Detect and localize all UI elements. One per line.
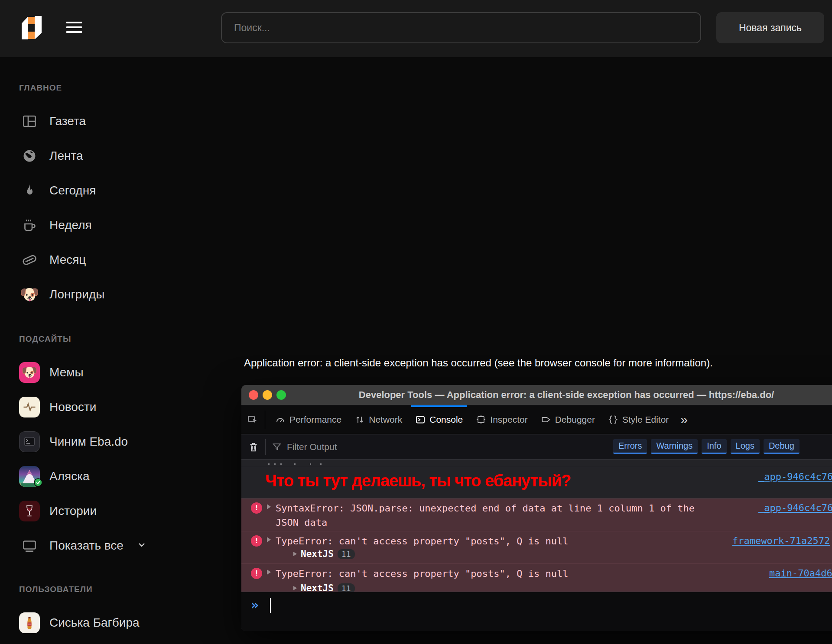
debugger-icon bbox=[541, 414, 551, 425]
sidebar-item-label: Неделя bbox=[49, 218, 92, 232]
sidebar-item-chinim[interactable]: Чиним Eba.do bbox=[19, 424, 208, 459]
sidebar-item-label: Газета bbox=[49, 114, 86, 128]
filter-logs-button[interactable]: Logs bbox=[731, 439, 760, 454]
expand-arrow-icon[interactable] bbox=[293, 586, 297, 590]
sidebar-item-nedelya[interactable]: Неделя bbox=[19, 208, 208, 243]
source-link[interactable]: _app-946c4c76 bbox=[758, 502, 832, 513]
source-link[interactable]: main-70a4d6 bbox=[769, 568, 832, 579]
tab-inspector[interactable]: Inspector bbox=[469, 405, 534, 434]
stack-frame-row[interactable]: NextJS 11 bbox=[293, 549, 355, 559]
topbar: Новая запись bbox=[0, 0, 832, 57]
sidebar-item-lenta[interactable]: Лента bbox=[19, 139, 208, 173]
expand-arrow-icon[interactable] bbox=[267, 504, 271, 509]
filter-debug-button[interactable]: Debug bbox=[764, 439, 800, 454]
sidebar-item-mesyac[interactable]: Месяц bbox=[19, 243, 208, 277]
expand-arrow-icon[interactable] bbox=[267, 570, 271, 575]
sidebar-item-label: Аляска bbox=[49, 469, 90, 483]
divider bbox=[265, 439, 266, 455]
sidebar-item-alyaska[interactable]: Аляска bbox=[19, 459, 208, 494]
sidebar-item-label: Новости bbox=[49, 400, 96, 414]
application-error-text: Application error: a client-side excepti… bbox=[244, 357, 713, 369]
filter-warnings-button[interactable]: Warnings bbox=[651, 439, 698, 454]
source-link[interactable]: _app-946c4c76 bbox=[758, 471, 832, 482]
expand-arrow-icon[interactable] bbox=[293, 552, 297, 556]
expand-arrow-icon[interactable] bbox=[267, 537, 271, 542]
braces-icon bbox=[608, 414, 618, 425]
tab-network[interactable]: Network bbox=[348, 405, 409, 434]
terminal-icon bbox=[19, 431, 40, 452]
sidebar-item-label: Сиська Багбира bbox=[49, 616, 140, 630]
new-post-button[interactable]: Новая запись bbox=[716, 12, 824, 43]
sidebar-item-label: Лонгриды bbox=[49, 288, 104, 301]
devtools-titlebar[interactable]: Developer Tools — Application error: a c… bbox=[241, 385, 832, 405]
clear-console-icon[interactable] bbox=[248, 441, 259, 453]
news-pulse-icon bbox=[19, 397, 40, 417]
tab-performance[interactable]: Performance bbox=[269, 405, 348, 434]
sidebar-item-longridy[interactable]: 🐶 Лонгриды bbox=[19, 277, 208, 312]
section-label-main: ГЛАВНОЕ bbox=[19, 83, 208, 93]
error-message: TypeError: can't access property "posts"… bbox=[276, 566, 709, 581]
puppy-icon: 🐶 bbox=[19, 284, 40, 305]
source-link[interactable]: framework-71a2572 bbox=[732, 535, 830, 546]
divider bbox=[265, 411, 265, 429]
menu-icon[interactable] bbox=[66, 21, 82, 36]
gauge-icon bbox=[275, 414, 286, 425]
wine-glass-icon bbox=[19, 501, 40, 521]
frame-count-badge: 11 bbox=[338, 583, 355, 592]
console-command-line[interactable]: » bbox=[241, 592, 832, 631]
console-error-row: ! TypeError: can't access property "post… bbox=[241, 564, 832, 592]
inspector-icon bbox=[476, 414, 486, 425]
sidebar-item-istorii[interactable]: Истории bbox=[19, 494, 208, 528]
tabs-overflow-icon[interactable]: » bbox=[675, 412, 693, 427]
network-arrows-icon bbox=[354, 414, 365, 425]
error-icon: ! bbox=[251, 568, 262, 579]
tab-style-editor[interactable]: Style Editor bbox=[601, 405, 675, 434]
prompt-icon: » bbox=[251, 597, 259, 612]
console-output[interactable]: _app-946c4c76 Что ты тут делаешь, ты что… bbox=[241, 460, 832, 592]
doge-icon: 🐶 bbox=[19, 362, 40, 383]
chevron-down-icon bbox=[136, 540, 147, 552]
stack-frame-row[interactable]: NextJS 11 bbox=[293, 583, 355, 592]
coffee-icon bbox=[19, 215, 40, 236]
filter-icon bbox=[272, 442, 282, 452]
sidebar-item-label: Показать все bbox=[49, 539, 124, 553]
clipped-log-row: _app-946c4c76 bbox=[241, 460, 832, 467]
section-label-subsites: ПОДСАЙТЫ bbox=[19, 334, 208, 344]
devtools-window-title: Developer Tools — Application error: a c… bbox=[241, 385, 832, 405]
tab-debugger[interactable]: Debugger bbox=[534, 405, 601, 434]
tab-console[interactable]: Console bbox=[409, 405, 469, 434]
sidebar-item-label: Истории bbox=[49, 504, 97, 518]
globe-icon bbox=[19, 146, 40, 166]
flame-icon bbox=[19, 180, 40, 201]
sidebar-item-memy[interactable]: 🐶 Мемы bbox=[19, 355, 208, 390]
sidebar-item-user[interactable]: Сиська Багбира bbox=[19, 605, 208, 640]
devtools-filterbar: Errors Warnings Info Logs Debug bbox=[241, 434, 832, 460]
filter-errors-button[interactable]: Errors bbox=[613, 439, 647, 454]
node-picker-icon[interactable] bbox=[244, 414, 262, 425]
sidebar-item-novosti[interactable]: Новости bbox=[19, 390, 208, 424]
sidebar: ГЛАВНОЕ Газета Лента Сегодня bbox=[0, 57, 208, 640]
sidebar-item-label: Чиним Eba.do bbox=[49, 435, 128, 449]
sidebar-item-gazeta[interactable]: Газета bbox=[19, 104, 208, 139]
filter-output-input[interactable] bbox=[286, 441, 470, 453]
error-icon: ! bbox=[251, 535, 262, 547]
filter-buttons: Errors Warnings Info Logs Debug bbox=[613, 439, 800, 454]
sidebar-item-show-all[interactable]: Показать все bbox=[19, 528, 208, 563]
sidebar-item-label: Сегодня bbox=[49, 184, 96, 197]
site-logo[interactable] bbox=[18, 14, 43, 41]
page: Новая запись ГЛАВНОЕ Газета Лента Сегодн… bbox=[0, 0, 832, 644]
verified-check-icon bbox=[34, 478, 42, 489]
sidebar-item-segodnya[interactable]: Сегодня bbox=[19, 173, 208, 208]
frame-count-badge: 11 bbox=[338, 549, 355, 559]
search-input[interactable] bbox=[221, 12, 701, 43]
devtools-tabbar: Performance Network Console Inspector De… bbox=[241, 405, 832, 434]
filter-info-button[interactable]: Info bbox=[702, 439, 726, 454]
sidebar-item-label: Мемы bbox=[49, 366, 84, 379]
frame-name: NextJS bbox=[301, 583, 334, 592]
styled-log-message: Что ты тут делаешь, ты что ебанутый? bbox=[265, 472, 571, 490]
frame-name: NextJS bbox=[301, 549, 334, 559]
error-message: TypeError: can't access property "posts"… bbox=[276, 534, 709, 548]
error-icon: ! bbox=[251, 502, 262, 514]
alaska-mountain-icon bbox=[19, 466, 40, 487]
console-error-row: ! SyntaxError: JSON.parse: unexpected en… bbox=[241, 498, 832, 531]
